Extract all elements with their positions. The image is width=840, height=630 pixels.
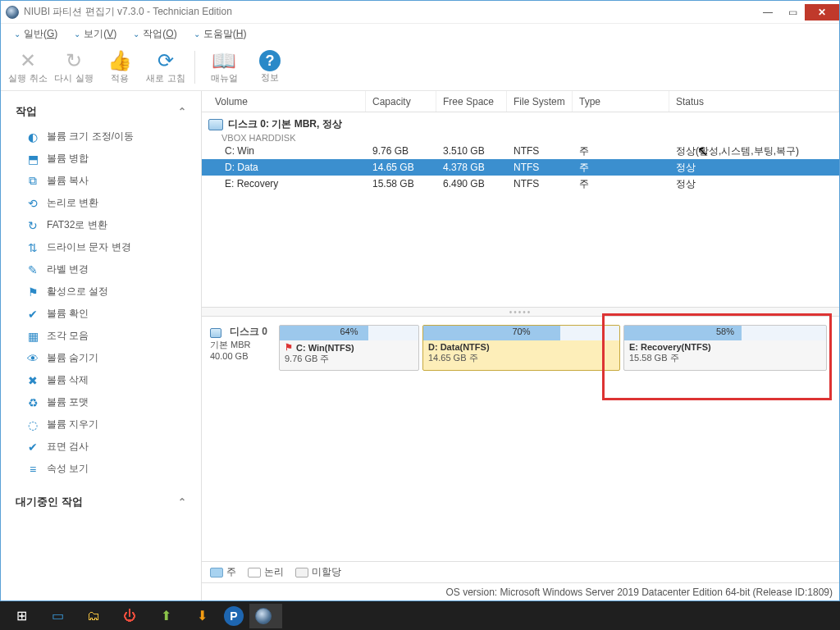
col-filesystem[interactable]: File System (507, 91, 573, 112)
operation-icon: ⟲ (25, 197, 40, 210)
sidebar-item-label: 속성 보기 (47, 462, 89, 476)
redo-button[interactable]: ↻다시 실행 (53, 45, 94, 89)
main-panel: Volume Capacity Free Space File System T… (202, 91, 839, 600)
menu-view[interactable]: ⌄보기(V) (66, 25, 125, 43)
explorer-button[interactable]: 🗂 (77, 604, 110, 628)
disk-icon (208, 119, 223, 130)
sidebar-item[interactable]: ↻FAT32로 변환 (1, 214, 201, 236)
col-volume[interactable]: Volume (208, 91, 366, 112)
statusbar: OS version: Microsoft Windows Server 201… (202, 582, 839, 600)
legend-unalloc-swatch (295, 568, 308, 578)
operation-icon: ✎ (25, 263, 40, 276)
flag-icon: ⚑ (285, 342, 293, 353)
sidebar-item-label: 볼륨 병합 (47, 152, 89, 166)
operation-icon: 👁 (25, 352, 40, 365)
disk-title: 디스크 0: 기본 MBR, 정상 (228, 117, 342, 131)
operation-icon: ↻ (25, 219, 40, 232)
legend-logical-swatch (248, 568, 261, 578)
manual-button[interactable]: 📖매뉴얼 (203, 45, 244, 89)
sidebar-item-label: 활성으로 설정 (47, 285, 108, 299)
sidebar-item-label: 볼륨 지우기 (47, 418, 98, 431)
menu-help[interactable]: ⌄도움말(H) (185, 25, 255, 43)
sidebar-item-label: 볼륨 포맷 (47, 395, 89, 409)
redo-icon: ↻ (62, 49, 85, 72)
book-icon: 📖 (212, 49, 235, 72)
menu-operations[interactable]: ⌄작업(O) (125, 25, 185, 43)
operation-icon: ⧉ (25, 175, 40, 188)
table-row[interactable]: E: Recovery15.58 GB6.490 GBNTFS주정상 (202, 176, 839, 192)
undo-button[interactable]: ✕실행 취소 (7, 45, 48, 89)
sidebar-item[interactable]: ⧉볼륨 복사 (1, 170, 201, 192)
sidebar-item[interactable]: ◌볼륨 지우기 (1, 413, 201, 436)
partition-block[interactable]: 64%⚑C: Win(NTFS)9.76 GB 주 (279, 325, 419, 371)
legend-primary-swatch (210, 568, 223, 578)
operation-icon: ◌ (25, 418, 40, 431)
splitter-handle[interactable]: ••••• (202, 307, 839, 317)
titlebar: NIUBI 파티션 편집기 v7.3.0 - Technician Editio… (1, 1, 839, 24)
table-row[interactable]: C: Win9.76 GB3.510 GBNTFS주정상(활성,시스템,부팅,복… (202, 143, 839, 159)
operation-icon: ▦ (25, 330, 40, 343)
sidebar-item[interactable]: ✎라벨 변경 (1, 258, 201, 281)
sidebar-item[interactable]: ◐볼륨 크기 조정/이동 (1, 126, 201, 148)
disk-model: VBOX HARDDISK (221, 133, 839, 143)
disk-map: 디스크 0 기본 MBR 40.00 GB 64%⚑C: Win(NTFS)9.… (202, 317, 839, 379)
sidebar-item[interactable]: ⬒볼륨 병합 (1, 148, 201, 170)
thumbs-up-icon: 👍 (108, 49, 131, 72)
sidebar-item-label: 볼륨 복사 (47, 174, 89, 188)
sidebar-item-label: 드라이브 문자 변경 (47, 240, 131, 254)
minimize-button[interactable]: — (756, 4, 780, 21)
apply-button[interactable]: 👍적용 (99, 45, 140, 89)
app-button-2[interactable]: ⬇ (185, 604, 218, 628)
sidebar-item-label: FAT32로 변환 (47, 218, 107, 232)
chevron-down-icon: ⌄ (74, 30, 80, 39)
table-row[interactable]: D: Data14.65 GB4.378 GBNTFS주정상 (202, 159, 839, 176)
col-status[interactable]: Status (669, 91, 839, 112)
sidebar-header-operations[interactable]: 작업⌃ (1, 98, 201, 126)
sidebar-item-label: 볼륨 삭제 (47, 373, 89, 387)
taskview-button[interactable]: ▭ (41, 604, 74, 628)
chevron-down-icon: ⌄ (133, 30, 139, 39)
chevron-up-icon: ⌃ (178, 106, 186, 117)
sidebar-item[interactable]: ≡속성 보기 (1, 458, 201, 480)
sidebar-item-label: 논리로 변환 (47, 196, 98, 210)
power-button[interactable]: ⏻ (113, 604, 146, 628)
start-button[interactable]: ⊞ (5, 604, 38, 628)
maximize-button[interactable]: ▭ (780, 4, 805, 21)
app-button-1[interactable]: ⬆ (149, 604, 182, 628)
sidebar-item[interactable]: ✖볼륨 삭제 (1, 369, 201, 391)
sidebar: 작업⌃ ◐볼륨 크기 조정/이동⬒볼륨 병합⧉볼륨 복사⟲논리로 변환↻FAT3… (1, 91, 202, 600)
sidebar-item-label: 라벨 변경 (47, 262, 89, 276)
sidebar-item-label: 볼륨 크기 조정/이동 (47, 130, 134, 144)
sidebar-item[interactable]: ⟲논리로 변환 (1, 192, 201, 214)
info-button[interactable]: ?정보 (249, 45, 290, 89)
sidebar-item[interactable]: ⇅드라이브 문자 변경 (1, 236, 201, 258)
menu-general[interactable]: ⌄일반(G) (6, 25, 66, 43)
app-button-3[interactable]: P (224, 606, 244, 626)
sidebar-item[interactable]: ✔표면 검사 (1, 436, 201, 458)
chevron-down-icon: ⌄ (194, 30, 200, 39)
refresh-button[interactable]: ⟳새로 고침 (145, 45, 186, 89)
sidebar-item-label: 조각 모음 (47, 329, 89, 343)
sidebar-header-pending[interactable]: 대기중인 작업⌃ (1, 488, 201, 516)
partition-block[interactable]: 58%E: Recovery(NTFS)15.58 GB 주 (623, 325, 827, 371)
refresh-icon: ⟳ (154, 49, 177, 72)
operation-icon: ♻ (25, 396, 40, 409)
sidebar-item-label: 볼륨 확인 (47, 307, 89, 321)
window-title: NIUBI 파티션 편집기 v7.3.0 - Technician Editio… (24, 5, 756, 19)
sidebar-item[interactable]: ⚑활성으로 설정 (1, 281, 201, 303)
col-capacity[interactable]: Capacity (366, 91, 436, 112)
niubi-taskbar-button[interactable] (249, 604, 282, 628)
disk-icon (210, 328, 221, 338)
operation-icon: ✖ (25, 374, 40, 387)
sidebar-item[interactable]: ♻볼륨 포맷 (1, 391, 201, 413)
disk-group-header[interactable]: 디스크 0: 기본 MBR, 정상 (202, 112, 839, 133)
partition-block[interactable]: 70%D: Data(NTFS)14.65 GB 주 (422, 325, 620, 371)
col-type[interactable]: Type (573, 91, 669, 112)
col-free[interactable]: Free Space (436, 91, 507, 112)
disk-summary: 디스크 0 기본 MBR 40.00 GB (210, 325, 274, 361)
close-button[interactable]: ✕ (805, 4, 839, 21)
sidebar-item[interactable]: ▦조각 모음 (1, 325, 201, 347)
operation-icon: ⇅ (25, 241, 40, 254)
sidebar-item[interactable]: 👁볼륨 숨기기 (1, 347, 201, 369)
sidebar-item[interactable]: ✔볼륨 확인 (1, 303, 201, 325)
